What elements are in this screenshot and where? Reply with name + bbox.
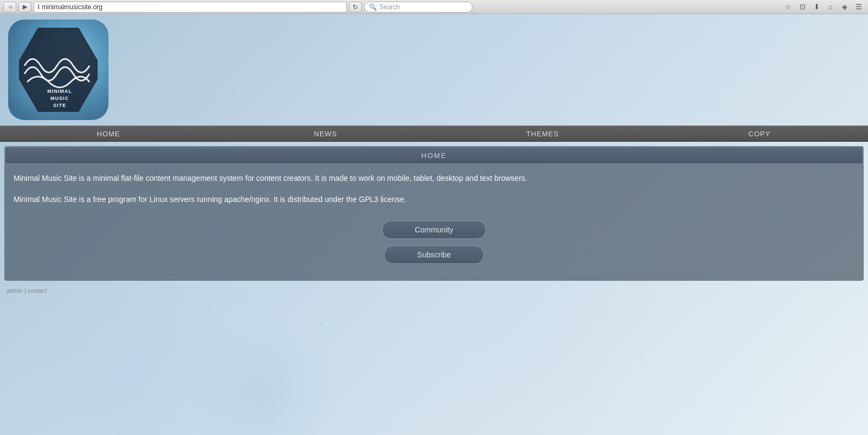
description-paragraph-2: Minimal Music Site is a free program for… [14,194,854,205]
logo-area: MINIMAL MUSIC SITE [0,14,868,125]
reader-icon[interactable]: ⊡ [796,2,808,12]
content-body: Minimal Music Site is a minimal flat-fil… [5,164,863,280]
main-content-panel: HOME Minimal Music Site is a minimal fla… [4,146,864,281]
nav-news[interactable]: NEWS [217,126,434,141]
community-button[interactable]: Community [382,220,487,239]
address-bar[interactable]: ℹ minimalmusicsite.org [34,2,347,12]
pocket-icon[interactable]: ◈ [839,2,851,12]
svg-text:SITE: SITE [53,103,66,108]
nav-themes[interactable]: THEMES [434,126,651,141]
website-content: MINIMAL MUSIC SITE HOME NEWS THEMES COPY… [0,14,868,435]
search-bar[interactable]: 🔍 Search [364,2,473,12]
home-icon[interactable]: ⌂ [825,2,837,12]
svg-text:MUSIC: MUSIC [50,96,69,101]
section-title: HOME [422,152,447,160]
navigation-bar: HOME NEWS THEMES COPY [0,125,868,142]
info-icon: ℹ [37,3,40,10]
contact-link[interactable]: contact [28,287,47,294]
subscribe-button[interactable]: Subscribe [384,245,484,264]
search-placeholder: Search [379,3,400,11]
svg-text:MINIMAL: MINIMAL [47,89,72,94]
back-button[interactable]: ◀ [3,2,16,12]
description-paragraph-1: Minimal Music Site is a minimal flat-fil… [14,173,854,184]
buttons-area: Community Subscribe [14,215,854,269]
nav-home[interactable]: HOME [0,126,217,141]
download-icon[interactable]: ⬇ [810,2,822,12]
admin-link[interactable]: admin [7,287,23,294]
bookmark-icon[interactable]: ☆ [782,2,794,12]
content-header: HOME [5,147,863,164]
browser-toolbar: ◀ ▶ ℹ minimalmusicsite.org ↻ 🔍 Search ☆ … [0,0,868,14]
below-fold-area [0,296,868,435]
footer: admin | contact [0,285,868,296]
logo-svg: MINIMAL MUSIC SITE [8,20,108,120]
toolbar-icons: ☆ ⊡ ⬇ ⌂ ◈ ☰ [782,2,865,12]
nav-copy[interactable]: COPY [651,126,868,141]
search-icon: 🔍 [369,3,377,11]
forward-button[interactable]: ▶ [18,2,31,12]
browser-chrome: ◀ ▶ ℹ minimalmusicsite.org ↻ 🔍 Search ☆ … [0,0,868,14]
reload-button[interactable]: ↻ [349,2,362,12]
url-text: minimalmusicsite.org [42,3,343,11]
logo-container: MINIMAL MUSIC SITE [8,20,108,120]
menu-icon[interactable]: ☰ [853,2,865,12]
